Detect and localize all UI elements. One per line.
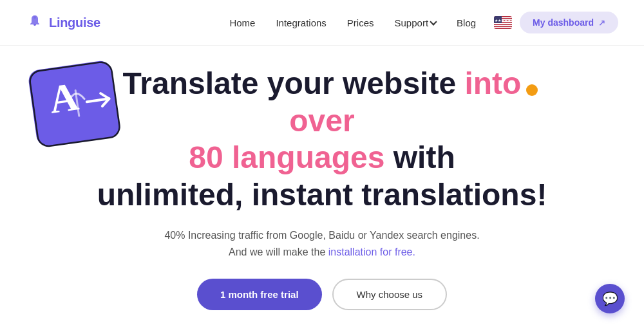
svg-text:★★★★★★: ★★★★★★ — [495, 19, 512, 23]
chevron-down-icon — [430, 18, 437, 25]
nav-blog[interactable]: Blog — [457, 17, 476, 28]
navbar: Linguise Home Integrations Prices Suppor… — [0, 0, 644, 46]
svg-point-1 — [33, 16, 36, 19]
svg-rect-8 — [494, 27, 512, 28]
logo[interactable]: Linguise — [26, 14, 100, 32]
hero-heading: Translate your website into over 80 lang… — [90, 65, 554, 213]
logo-icon — [26, 14, 44, 32]
chat-icon: 💬 — [602, 291, 618, 306]
hero-buttons: 1 month free trial Why choose us — [197, 279, 447, 310]
nav-support[interactable]: Support — [395, 17, 437, 28]
nav-home[interactable]: Home — [229, 17, 255, 28]
external-link-icon: ↗ — [598, 18, 605, 28]
svg-rect-6 — [494, 23, 512, 24]
language-flag[interactable]: ★★★★★★ — [494, 16, 512, 29]
chat-button[interactable]: 💬 — [595, 284, 625, 313]
nav-prices[interactable]: Prices — [347, 17, 374, 28]
hero-section: A Translate your website into over 80 la… — [0, 46, 644, 310]
translate-icon: A — [26, 52, 126, 152]
why-choose-us-button[interactable]: Why choose us — [332, 279, 448, 310]
hero-heading-text: Translate your website into over 80 lang… — [97, 80, 547, 209]
svg-rect-7 — [494, 25, 512, 26]
installation-link[interactable]: installation for free. — [328, 246, 415, 257]
dashboard-label: My dashboard — [533, 17, 594, 28]
nav-integrations[interactable]: Integrations — [276, 17, 326, 28]
nav-links: Home Integrations Prices Support Blog — [229, 17, 476, 28]
hero-subtext: 40% Increasing traffic from Google, Baid… — [164, 227, 479, 260]
free-trial-button[interactable]: 1 month free trial — [197, 279, 322, 310]
dashboard-button[interactable]: My dashboard ↗ — [520, 12, 618, 33]
decorative-dot — [526, 84, 538, 96]
logo-text: Linguise — [49, 15, 100, 30]
